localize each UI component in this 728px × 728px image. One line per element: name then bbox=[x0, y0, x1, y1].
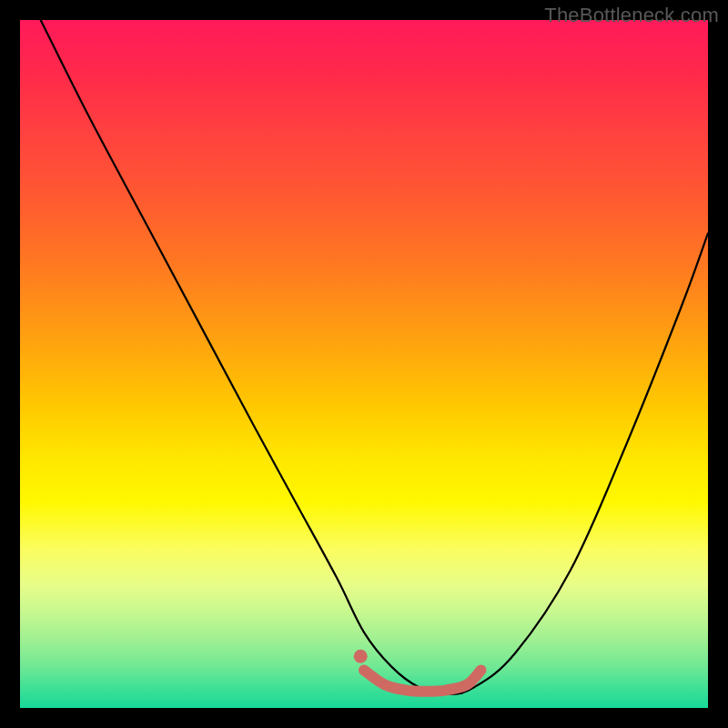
chart-svg bbox=[20, 20, 708, 708]
trough-highlight-line bbox=[364, 670, 481, 691]
v-curve-line bbox=[41, 20, 708, 694]
watermark-text: TheBottleneck.com bbox=[544, 4, 719, 27]
trough-highlight-dot bbox=[354, 650, 368, 663]
plot-area bbox=[20, 20, 708, 708]
chart-stage: TheBottleneck.com bbox=[0, 0, 728, 728]
